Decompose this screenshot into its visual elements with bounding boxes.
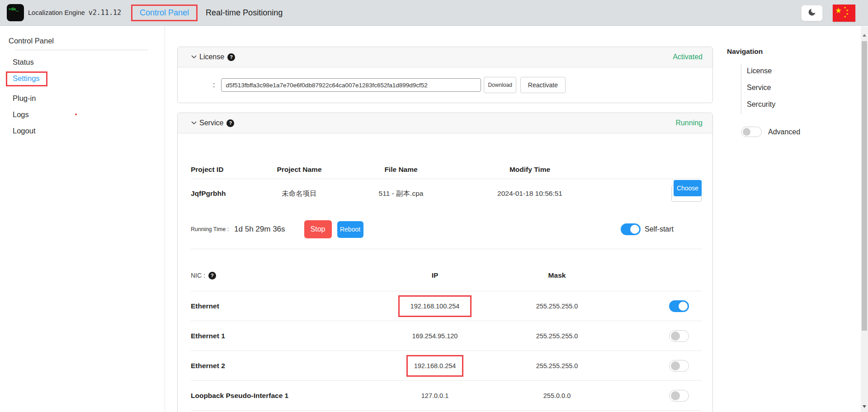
running-time-label: Running Time : <box>191 226 229 232</box>
scrollbar-thumb[interactable] <box>862 41 867 331</box>
license-card-header: License ? Activated <box>178 47 712 67</box>
license-download-button[interactable]: Download <box>484 77 516 93</box>
navigation-title: Navigation <box>727 47 849 56</box>
nic-name: Ethernet <box>191 302 385 310</box>
tab-realtime-positioning[interactable]: Real-time Positioning <box>206 8 283 18</box>
choose-button[interactable]: Choose <box>674 180 702 196</box>
chevron-down-icon[interactable] <box>191 55 197 59</box>
divider <box>191 249 702 249</box>
modify-time-header: Modify Time <box>467 166 593 174</box>
chevron-down-icon[interactable] <box>191 121 197 125</box>
nic-ip-value: 127.0.0.1 <box>385 392 485 399</box>
nic-ip-value: 192.168.100.254 <box>410 303 460 310</box>
project-table-header: Project ID Project Name File Name Modify… <box>191 161 702 179</box>
project-table-row: JqfPgrbhh 未命名项目 511 - 副本.cpa 2024-01-18 … <box>191 179 702 208</box>
sidebar-title: Control Panel <box>9 37 165 45</box>
sidebar-item-status[interactable]: Status <box>13 58 165 66</box>
advanced-control: Advanced <box>741 127 849 137</box>
annotation-box-ethernet2-ip: 192.168.0.254 <box>406 355 464 377</box>
running-time-value: 1d 5h 29m 36s <box>234 225 285 234</box>
china-flag-icon[interactable]: ★ ★ ★ ★ ★ <box>833 5 855 22</box>
nic-mask-value: 255.255.255.0 <box>485 332 629 340</box>
license-body: : Download Reactivate <box>178 67 712 103</box>
app-header: >de_ Localization Engine v2.11.12 Contro… <box>0 0 868 26</box>
nic-toggle-ethernet[interactable] <box>669 300 689 312</box>
advanced-toggle[interactable] <box>741 127 762 137</box>
license-reactivate-button[interactable]: Reactivate <box>520 77 566 93</box>
nic-ip-value: 192.168.0.254 <box>414 362 456 369</box>
moon-icon <box>807 8 816 18</box>
nic-mask-value: 255.255.255.0 <box>485 303 629 310</box>
nic-row-loopback: Loopback Pseudo-Interface 1 127.0.0.1 25… <box>191 381 702 411</box>
left-sidebar: Control Panel Status Settings Plug-in Lo… <box>0 26 165 412</box>
stop-button[interactable]: Stop <box>304 220 332 238</box>
running-time-row: Running Time : 1d 5h 29m 36s Stop Reboot… <box>191 220 702 239</box>
right-navigation: Navigation License Service Sercurity Adv… <box>727 47 849 137</box>
advanced-label: Advanced <box>768 128 800 136</box>
sidebar-item-plugin[interactable]: Plug-in <box>13 94 165 103</box>
nic-toggle-loopback[interactable] <box>669 390 689 402</box>
nic-toggle-ethernet-1[interactable] <box>669 330 689 342</box>
nic-row-ethernet: Ethernet 192.168.100.254 255.255.255.0 <box>191 291 702 321</box>
nic-help-icon[interactable]: ? <box>208 272 216 279</box>
nav-item-sercurity[interactable]: Sercurity <box>747 97 849 114</box>
scroll-up-arrow-icon[interactable] <box>861 32 868 39</box>
service-card-header: Service ? Running <box>178 113 712 133</box>
tab-control-panel[interactable]: Control Panel <box>140 8 189 18</box>
scroll-down-arrow-icon[interactable] <box>861 403 868 410</box>
file-name-value: 511 - 副本.cpa <box>335 189 467 199</box>
nic-name: Ethernet 2 <box>191 362 385 370</box>
project-name-header: Project Name <box>263 166 335 174</box>
license-title: License <box>199 53 224 61</box>
reboot-button[interactable]: Reboot <box>337 221 363 238</box>
nav-item-service[interactable]: Service <box>747 81 849 97</box>
red-dot-artifact <box>75 114 77 115</box>
nic-header-label: NIC : <box>191 272 205 279</box>
project-id-value: JqfPgrbhh <box>191 189 263 198</box>
project-name-value: 未命名项目 <box>263 189 335 199</box>
nic-ip-value: 169.254.95.120 <box>385 332 485 340</box>
service-title: Service <box>199 119 223 127</box>
ip-header: IP <box>385 271 485 279</box>
service-body: Choose Project ID Project Name File Name… <box>178 161 712 411</box>
nic-name: Ethernet 1 <box>191 332 385 340</box>
mask-header: Mask <box>485 271 629 279</box>
nic-mask-value: 255.255.255.0 <box>485 362 629 369</box>
sidebar-divider <box>15 50 148 50</box>
nav-item-license[interactable]: License <box>747 64 849 81</box>
self-start-label: Self-start <box>645 225 674 233</box>
app-logo-text: >de_ <box>9 7 19 11</box>
vertical-scrollbar[interactable] <box>861 26 868 412</box>
license-key-label: : <box>213 81 215 89</box>
app-logo-icon: >de_ <box>7 4 24 21</box>
nic-table-header: NIC : ? IP Mask <box>191 270 702 281</box>
navigation-list: License Service Sercurity <box>741 64 849 114</box>
service-card: Service ? Running Choose Project ID Proj… <box>177 113 713 412</box>
sidebar-item-settings[interactable]: Settings <box>13 74 40 83</box>
dark-mode-button[interactable] <box>801 5 823 21</box>
self-start-control: Self-start <box>621 223 702 235</box>
service-status-badge: Running <box>675 119 703 127</box>
nic-row-ethernet-2: Ethernet 2 192.168.0.254 255.255.255.0 <box>191 351 702 381</box>
nic-mask-value: 255.0.0.0 <box>485 392 629 399</box>
app-version: v2.11.12 <box>89 9 121 17</box>
self-start-toggle[interactable] <box>621 223 641 235</box>
screen: >de_ Localization Engine v2.11.12 Contro… <box>0 0 868 412</box>
modify-time-value: 2024-01-18 10:56:51 <box>467 189 593 198</box>
header-right: ★ ★ ★ ★ ★ <box>801 0 855 26</box>
license-key-input[interactable] <box>221 78 481 92</box>
nic-row-ethernet-1: Ethernet 1 169.254.95.120 255.255.255.0 <box>191 321 702 351</box>
app-name: Localization Engine <box>28 9 85 16</box>
annotation-box-settings: Settings <box>6 71 47 86</box>
nic-toggle-ethernet-2[interactable] <box>669 360 689 372</box>
sidebar-item-logout[interactable]: Logout <box>13 127 165 135</box>
annotation-box-control-panel: Control Panel <box>131 5 198 21</box>
file-name-header: File Name <box>335 166 467 174</box>
annotation-box-ethernet-ip: 192.168.100.254 <box>398 295 472 317</box>
license-help-icon[interactable]: ? <box>227 53 235 61</box>
service-help-icon[interactable]: ? <box>226 119 234 127</box>
license-card: License ? Activated : Download Reactivat… <box>177 47 713 103</box>
sidebar-item-logs[interactable]: Logs <box>13 110 165 119</box>
nic-name: Loopback Pseudo-Interface 1 <box>191 392 385 400</box>
license-status-badge: Activated <box>673 53 703 61</box>
